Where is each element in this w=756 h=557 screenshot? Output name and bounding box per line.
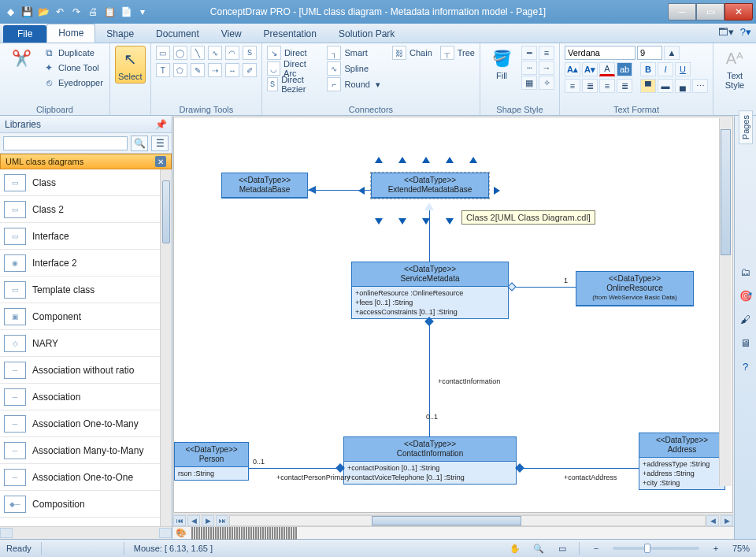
uml-metadatabase[interactable]: <<DataType>>MetadataBase (221, 173, 308, 199)
valign-top-button[interactable]: ▀ (640, 79, 656, 93)
color-swatch[interactable] (236, 527, 238, 540)
lib-item-assoc[interactable]: ─Association (0, 384, 160, 410)
maximize-button[interactable]: ▭ (696, 3, 724, 20)
conn-smart[interactable]: ┐Smart (327, 46, 380, 60)
lib-item-interface[interactable]: ▭Interface (0, 223, 160, 250)
lib-item-template[interactable]: ▭Template class (0, 277, 160, 303)
color-swatch[interactable] (274, 527, 276, 540)
lib-item-component[interactable]: ▣Component (0, 303, 160, 330)
align-left-button[interactable]: ≡ (565, 79, 580, 93)
fit-page-button[interactable]: ▭ (555, 542, 569, 555)
font-size-select[interactable] (637, 46, 662, 60)
color-swatch[interactable] (295, 527, 297, 540)
lib-item-one-one[interactable]: ─Association One-to-One (0, 464, 160, 491)
color-swatch[interactable] (203, 527, 205, 540)
color-swatch[interactable] (220, 527, 221, 540)
pages-panel-tab[interactable]: Pages (737, 119, 754, 136)
color-swatch[interactable] (248, 527, 250, 540)
color-swatch[interactable] (246, 527, 247, 540)
tool-poly[interactable]: ⬠ (173, 63, 187, 77)
tool-ellipse[interactable]: ◯ (173, 46, 187, 60)
color-swatch[interactable] (267, 527, 269, 540)
tab-solution-park[interactable]: Solution Park (328, 25, 406, 43)
qat-open-icon[interactable]: 📂 (36, 5, 50, 19)
tool-free[interactable]: ✎ (191, 63, 205, 77)
color-swatch[interactable] (206, 527, 207, 540)
lib-item-composition[interactable]: ◆─Composition (0, 491, 160, 518)
uml-servicemetadata[interactable]: <<DataType>>ServiceMetadata +onlineResou… (351, 262, 509, 319)
text-style-button[interactable]: AᴬText Style (718, 46, 751, 91)
color-swatch[interactable] (232, 527, 233, 540)
grow-font-button[interactable]: ▲ (664, 46, 680, 60)
library-category[interactable]: UML class diagrams ✕ (0, 154, 172, 169)
color-swatch[interactable] (213, 527, 214, 540)
color-swatch[interactable] (229, 527, 231, 540)
conn-tree[interactable]: ┬Tree (440, 46, 475, 60)
select-tool-button[interactable]: ↖Select (115, 46, 146, 84)
hscroll-left-button[interactable]: ◀ (706, 515, 719, 526)
color-swatch[interactable] (222, 527, 224, 540)
color-swatch[interactable] (208, 527, 209, 540)
qat-print-icon[interactable]: 🖨 (86, 5, 100, 19)
color-swatch[interactable] (291, 527, 292, 540)
lib-item-many-many[interactable]: ─Association Many-to-Many (0, 437, 160, 464)
hscroll-right-button[interactable]: ▶ (721, 515, 733, 526)
dock-screen-icon[interactable]: 🖥 (737, 334, 754, 351)
tool-curve[interactable]: ∿ (208, 46, 222, 60)
color-swatch[interactable] (241, 527, 243, 540)
tool-dim[interactable]: ↔ (225, 63, 239, 77)
bold-button[interactable]: B (640, 62, 656, 76)
page-last-button[interactable]: ⏭ (216, 515, 228, 526)
color-swatch[interactable] (262, 527, 264, 540)
color-swatch[interactable] (272, 527, 273, 540)
shadow-button[interactable]: ▦ (521, 76, 537, 90)
color-swatch[interactable] (253, 527, 254, 540)
window-options-icon[interactable]: 🗔▾ (718, 26, 734, 38)
pan-tool-button[interactable]: ✋ (508, 542, 522, 555)
lib-item-nary[interactable]: ◇NARY (0, 330, 160, 357)
file-tab[interactable]: File (3, 25, 46, 43)
page-prev-button[interactable]: ◀ (187, 515, 200, 526)
qat-more-icon[interactable]: ▾ (135, 5, 150, 19)
search-button[interactable]: 🔍 (131, 136, 148, 151)
lib-item-class2[interactable]: ▭Class 2 (0, 196, 160, 223)
tab-view[interactable]: View (210, 25, 253, 43)
increase-font-button[interactable]: A▴ (565, 62, 580, 76)
color-swatch[interactable] (281, 527, 283, 540)
line-weight-button[interactable]: ≡ (539, 46, 554, 60)
align-justify-button[interactable]: ≣ (617, 79, 632, 93)
conn-directarc[interactable]: ◡Direct Arc (267, 61, 320, 76)
highlight-button[interactable]: ab (617, 62, 632, 76)
lib-item-interface2[interactable]: ◉Interface 2 (0, 250, 160, 277)
zoom-slider[interactable] (613, 547, 699, 550)
dock-help-icon[interactable]: ? (737, 358, 754, 375)
zoom-tool-button[interactable]: 🔍 (532, 542, 546, 555)
text-opts-button[interactable]: ⋯ (692, 79, 708, 93)
close-button[interactable]: ✕ (724, 3, 753, 20)
italic-button[interactable]: I (658, 62, 673, 76)
eyedropper-button[interactable]: ⎋Eyedropper (41, 76, 105, 90)
tool-conn[interactable]: ⇢ (208, 63, 222, 77)
library-vscrollbar[interactable] (160, 169, 172, 526)
color-swatch[interactable] (279, 527, 280, 540)
tab-presentation[interactable]: Presentation (253, 25, 328, 43)
color-swatch[interactable] (288, 527, 290, 540)
tool-ann[interactable]: ✐ (243, 63, 257, 77)
conn-chain[interactable]: ⛓Chain (392, 46, 432, 60)
dock-target-icon[interactable]: 🎯 (737, 287, 754, 304)
lib-item-class[interactable]: ▭Class (0, 169, 160, 196)
minimize-button[interactable]: ─ (668, 3, 696, 20)
conn-spline[interactable]: ∿Spline (327, 61, 380, 76)
page-first-button[interactable]: ⏮ (173, 515, 186, 526)
effects-button[interactable]: ✧ (539, 76, 554, 90)
align-center-button[interactable]: ≣ (582, 79, 598, 93)
app-menu-icon[interactable]: ◆ (3, 5, 17, 19)
qat-save-icon[interactable]: 💾 (20, 5, 34, 19)
sidebar-pin-icon[interactable]: 📌 (155, 119, 167, 130)
uml-onlineresource[interactable]: <<DataType>>OnlineResource(from WebServi… (576, 271, 694, 306)
help-icon[interactable]: ?▾ (740, 26, 751, 38)
tool-text[interactable]: T (156, 63, 170, 77)
qat-redo-icon[interactable]: ↷ (69, 5, 83, 19)
conn-round[interactable]: ⌐Round ▾ (327, 77, 380, 91)
uml-contactinformation[interactable]: <<DataType>>ContactInformation +contactP… (343, 436, 517, 485)
